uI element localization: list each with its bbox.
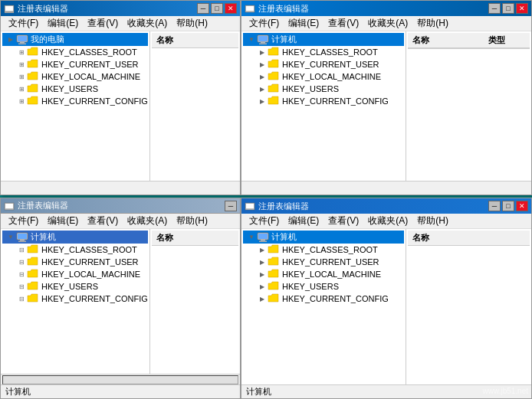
value-pane-2: 名称 类型 — [406, 31, 531, 181]
close-btn-1[interactable]: ✕ — [225, 3, 237, 14]
menu-help-1[interactable]: 帮助(H) — [172, 15, 212, 31]
menu-help-2[interactable]: 帮助(H) — [412, 15, 453, 31]
expand-1-4[interactable]: ⊞ — [16, 96, 27, 106]
menu-view-2[interactable]: 查看(V) — [323, 15, 363, 31]
window-4[interactable]: 注册表编辑器 ─ □ ✕ 文件(F) 编辑(E) 查看(V) 收藏夹(A) 帮助… — [241, 198, 532, 399]
expand-1-0[interactable]: ⊞ — [16, 47, 27, 57]
menu-view-1[interactable]: 查看(V) — [83, 15, 123, 31]
menu-favorites-4[interactable]: 收藏夹(A) — [363, 213, 412, 229]
maximize-btn-1[interactable]: □ — [211, 3, 223, 14]
tree-pane-3[interactable]: ▼ 计算机 ⊟ H — [1, 229, 150, 374]
minimize-btn-2[interactable]: ─ — [488, 3, 501, 14]
window-1[interactable]: 注册表编辑器 ─ □ ✕ 文件(F) 编辑(E) 查看(V) 收藏夹(A) 帮助… — [0, 0, 241, 195]
expand-1-3[interactable]: ⊞ — [16, 83, 27, 94]
tree-root-2[interactable]: ▼ 计算机 — [243, 33, 404, 46]
menu-file-4[interactable]: 文件(F) — [245, 213, 284, 229]
expand-3-0[interactable]: ⊟ — [16, 244, 27, 255]
expand-3-3[interactable]: ⊟ — [16, 281, 27, 292]
menu-edit-1[interactable]: 编辑(E) — [43, 15, 83, 31]
tree-item-3-1[interactable]: ⊟ HKEY_CURRENT_USER — [2, 256, 148, 268]
menu-edit-4[interactable]: 编辑(E) — [284, 213, 323, 229]
menu-view-3[interactable]: 查看(V) — [83, 213, 123, 229]
menu-edit-3[interactable]: 编辑(E) — [43, 213, 83, 229]
close-btn-2[interactable]: ✕ — [516, 3, 528, 14]
expand-root-3[interactable]: ▼ — [5, 232, 16, 243]
menu-file-1[interactable]: 文件(F) — [4, 15, 43, 31]
menu-favorites-3[interactable]: 收藏夹(A) — [123, 213, 172, 229]
svg-rect-1 — [5, 6, 13, 11]
minimize-btn-4[interactable]: ─ — [488, 201, 501, 211]
tree-item-3-0[interactable]: ⊟ HKEY_CLASSES_ROOT — [2, 244, 148, 256]
tree-item-1-1[interactable]: ⊞ HKEY_CURRENT_USER — [2, 58, 148, 70]
svg-rect-8 — [246, 6, 254, 11]
close-btn-4[interactable]: ✕ — [516, 201, 528, 211]
tree-item-2-2[interactable]: ▶ HKEY_LOCAL_MACHINE — [243, 70, 404, 83]
tree-item-4-2[interactable]: ▶ HKEY_LOCAL_MACHINE — [243, 268, 404, 280]
tree-item-3-4[interactable]: ⊟ HKEY_CURRENT_CONFIG — [2, 293, 148, 305]
tree-pane-4[interactable]: ▼ 计算机 ▶ H — [241, 229, 406, 384]
tree-item-3-2[interactable]: ⊟ HKEY_LOCAL_MACHINE — [2, 268, 148, 280]
titlebar-title-2: 注册表编辑器 — [258, 3, 488, 15]
tree-label-4-3: HKEY_USERS — [282, 282, 339, 291]
svg-rect-5 — [20, 42, 25, 44]
window-2[interactable]: 注册表编辑器 ─ □ ✕ 文件(F) 编辑(E) 查看(V) 收藏夹(A) 帮助… — [241, 0, 532, 195]
expand-2-2[interactable]: ▶ — [257, 71, 268, 82]
tree-item-2-3[interactable]: ▶ HKEY_USERS — [243, 83, 404, 95]
expand-2-4[interactable]: ▶ — [257, 96, 268, 106]
expand-1-1[interactable]: ⊞ — [16, 59, 27, 70]
expand-4-3[interactable]: ▶ — [257, 281, 268, 292]
expand-2-0[interactable]: ▶ — [257, 47, 268, 57]
tree-root-4[interactable]: ▼ 计算机 — [243, 231, 404, 244]
tree-item-2-0[interactable]: ▶ HKEY_CLASSES_ROOT — [243, 46, 404, 58]
tree-item-1-2[interactable]: ⊞ HKEY_LOCAL_MACHINE — [2, 70, 148, 83]
window-body-3: 文件(F) 编辑(E) 查看(V) 收藏夹(A) 帮助(H) ▼ — [1, 214, 240, 398]
menu-help-3[interactable]: 帮助(H) — [172, 213, 212, 229]
expand-2-3[interactable]: ▶ — [257, 83, 268, 94]
tree-item-2-1[interactable]: ▶ HKEY_CURRENT_USER — [243, 58, 404, 70]
tree-root-1[interactable]: ▶ 我的电脑 — [2, 33, 148, 46]
tree-item-2-4[interactable]: ▶ HKEY_CURRENT_CONFIG — [243, 95, 404, 107]
tree-item-4-0[interactable]: ▶ HKEY_CLASSES_ROOT — [243, 244, 404, 256]
expand-3-2[interactable]: ⊟ — [16, 269, 27, 280]
tree-item-3-3[interactable]: ⊟ HKEY_USERS — [2, 280, 148, 293]
expand-3-4[interactable]: ⊟ — [16, 293, 27, 304]
tree-item-4-3[interactable]: ▶ HKEY_USERS — [243, 280, 404, 293]
tree-pane-2[interactable]: ▼ 计算机 ▶ H — [241, 31, 406, 181]
expand-2-1[interactable]: ▶ — [257, 59, 268, 70]
svg-rect-16 — [18, 234, 27, 239]
tree-pane-1[interactable]: ▶ 我的电脑 ⊞ — [1, 31, 150, 181]
minimize-btn-1[interactable]: ─ — [197, 3, 209, 14]
tree-item-4-4[interactable]: ▶ HKEY_CURRENT_CONFIG — [243, 293, 404, 305]
expand-root-2[interactable]: ▼ — [246, 34, 257, 45]
maximize-btn-4[interactable]: □ — [502, 201, 514, 211]
menu-file-3[interactable]: 文件(F) — [4, 213, 43, 229]
content-area-4: ▼ 计算机 ▶ H — [241, 229, 531, 384]
tree-item-1-0[interactable]: ⊞ HKEY_CLASSES_ROOT — [2, 46, 148, 58]
menu-favorites-1[interactable]: 收藏夹(A) — [123, 15, 172, 31]
menubar-1: 文件(F) 编辑(E) 查看(V) 收藏夹(A) 帮助(H) — [1, 16, 240, 31]
expand-4-0[interactable]: ▶ — [257, 244, 268, 255]
menu-help-4[interactable]: 帮助(H) — [412, 213, 453, 229]
pane-header-3: 名称 — [152, 231, 238, 246]
titlebar-buttons-1: ─ □ ✕ — [197, 3, 237, 14]
tree-item-1-3[interactable]: ⊞ HKEY_USERS — [2, 83, 148, 95]
expand-4-2[interactable]: ▶ — [257, 269, 268, 280]
app-icon-4 — [245, 201, 255, 211]
expand-3-1[interactable]: ⊟ — [16, 257, 27, 267]
tree-item-4-1[interactable]: ▶ HKEY_CURRENT_USER — [243, 256, 404, 268]
expand-4-4[interactable]: ▶ — [257, 293, 268, 304]
tree-item-1-4[interactable]: ⊞ HKEY_CURRENT_CONFIG — [2, 95, 148, 107]
menu-favorites-2[interactable]: 收藏夹(A) — [363, 15, 412, 31]
minimize-btn-3[interactable]: ─ — [225, 201, 237, 211]
expand-1-2[interactable]: ⊞ — [16, 71, 27, 82]
menu-edit-2[interactable]: 编辑(E) — [284, 15, 323, 31]
expand-root-1[interactable]: ▶ — [5, 34, 16, 45]
menu-file-2[interactable]: 文件(F) — [245, 15, 284, 31]
h-scrollbar-3[interactable] — [2, 375, 238, 384]
tree-root-3[interactable]: ▼ 计算机 — [2, 231, 148, 244]
maximize-btn-2[interactable]: □ — [502, 3, 514, 14]
expand-4-1[interactable]: ▶ — [257, 257, 268, 267]
menu-view-4[interactable]: 查看(V) — [323, 213, 363, 229]
window-3[interactable]: 注册表编辑器 ─ 文件(F) 编辑(E) 查看(V) 收藏夹(A) 帮助(H) … — [0, 198, 241, 399]
expand-root-4[interactable]: ▼ — [246, 232, 257, 243]
